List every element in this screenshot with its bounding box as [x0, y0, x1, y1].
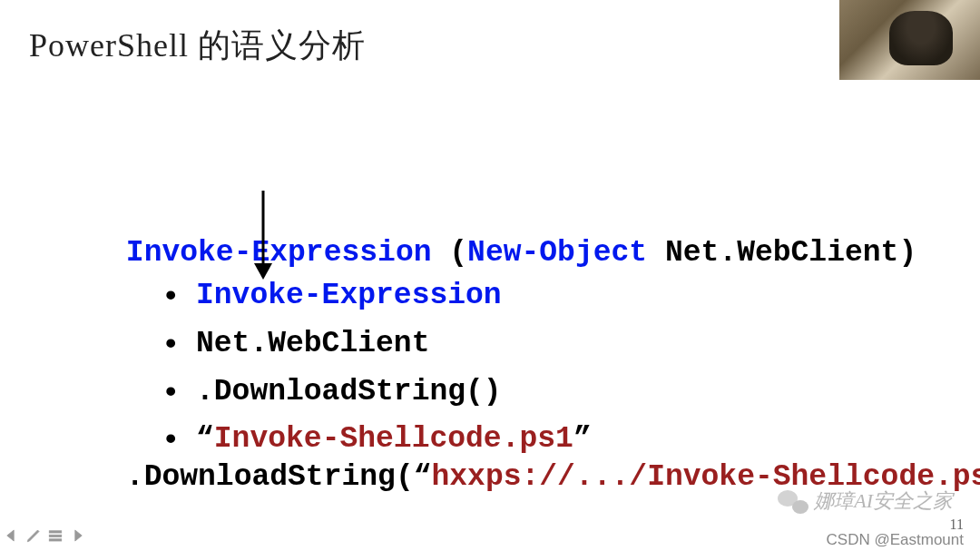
list-item: Net.WebClient	[162, 320, 592, 369]
bullet-text: Net.WebClient	[196, 327, 429, 360]
token-net-webclient: Net.WebClient)	[647, 236, 916, 270]
footer-watermark: CSDN @Eastmount	[827, 531, 964, 549]
bullet-text: .DownloadString()	[196, 375, 502, 408]
slide-title: PowerShell 的语义分析	[29, 24, 366, 68]
webcam-thumbnail	[839, 0, 980, 80]
svg-rect-2	[49, 531, 62, 533]
token-paren: (	[431, 236, 467, 270]
svg-rect-3	[49, 535, 62, 536]
slide-toolbar	[4, 527, 85, 547]
wechat-name: 娜璋AI安全之家	[814, 487, 953, 515]
bullet-quote-open: “	[196, 422, 214, 456]
slide-canvas: PowerShell 的语义分析 Invoke-Expression (New-…	[0, 0, 980, 551]
next-slide-button[interactable]	[69, 527, 85, 547]
bullet-text: Invoke-Shellcode.ps1	[214, 422, 573, 456]
bullet-text: Invoke-Expression	[196, 279, 502, 312]
arrow-down-icon	[245, 191, 281, 281]
list-item: Invoke-Expression	[162, 272, 592, 320]
pen-tool-button[interactable]	[25, 527, 42, 547]
wechat-watermark: 娜璋AI安全之家	[778, 487, 953, 515]
list-item: “Invoke-Shellcode.ps1”	[162, 416, 592, 464]
wechat-icon	[778, 488, 808, 514]
token-new-object: New-Object	[467, 236, 647, 270]
prev-slide-button[interactable]	[4, 527, 20, 547]
bullet-quote-close: ”	[573, 422, 592, 456]
menu-button[interactable]	[47, 527, 64, 547]
token-lq: “	[414, 460, 432, 494]
bullet-list: Invoke-Expression Net.WebClient .Downloa…	[162, 272, 592, 464]
svg-rect-4	[49, 539, 62, 541]
list-item: .DownloadString()	[162, 369, 592, 417]
